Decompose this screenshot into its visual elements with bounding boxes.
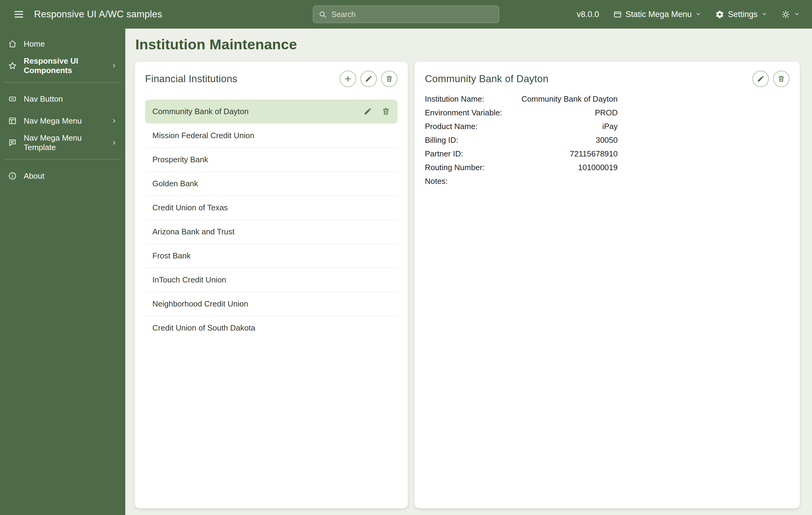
pencil-icon	[365, 75, 373, 83]
main-content: Institution Maintenance Financial Instit…	[125, 29, 812, 515]
page-title: Institution Maintenance	[135, 36, 800, 53]
list-item[interactable]: Community Bank of Dayton	[145, 100, 398, 124]
nav-mega-menu-template-icon	[8, 138, 17, 147]
theme-toggle-button[interactable]	[781, 10, 800, 19]
row-actions	[364, 107, 390, 116]
detail-value: 30050	[596, 133, 618, 147]
financial-institutions-title: Financial Institutions	[145, 73, 237, 85]
star-icon	[8, 61, 17, 70]
edit-row-button[interactable]	[364, 107, 372, 116]
hamburger-icon	[13, 9, 24, 20]
institution-detail-title: Community Bank of Dayton	[425, 73, 548, 85]
list-item-label: Credit Union of South Dakota	[152, 323, 255, 333]
institutions-list: Community Bank of Dayton	[145, 100, 398, 340]
app-root: Responsive UI A/WC samples v8.0.0 Static…	[0, 0, 812, 515]
edit-detail-button[interactable]	[752, 71, 769, 87]
pencil-icon	[364, 107, 372, 116]
sidebar-item-about[interactable]: About	[0, 165, 125, 187]
home-icon	[8, 39, 17, 48]
sidebar-item-label: About	[24, 171, 45, 181]
detail-row: Environment Variable: PROD	[425, 106, 618, 119]
list-item[interactable]: Golden Bank	[145, 172, 398, 196]
pencil-icon	[757, 75, 764, 83]
chevron-down-icon	[761, 10, 767, 19]
chevron-right-icon	[111, 62, 117, 69]
list-item[interactable]: Mission Federal Credit Union	[145, 124, 398, 147]
settings-label: Settings	[728, 10, 758, 19]
cards-row: Financial Institutions	[135, 62, 800, 508]
nav-mega-menu-icon	[8, 116, 17, 126]
list-item-label: Mission Federal Credit Union	[152, 131, 254, 140]
detail-row: Billing ID: 30050	[425, 133, 618, 147]
chevron-down-icon	[794, 10, 800, 19]
nav-button-icon	[8, 94, 17, 104]
sidebar-item-nav-button[interactable]: Nav Button	[0, 88, 125, 110]
financial-institutions-card: Financial Institutions	[135, 62, 408, 508]
list-item-label: Arizona Bank and Trust	[152, 227, 234, 237]
sun-icon	[781, 10, 790, 19]
list-item-label: Prosperity Bank	[152, 155, 208, 164]
search-input[interactable]	[331, 10, 493, 19]
mega-menu-icon	[613, 10, 622, 19]
sidebar-item-home[interactable]: Home	[0, 33, 125, 55]
chevron-right-icon	[111, 117, 117, 124]
gear-icon	[715, 10, 724, 19]
sidebar-item-label: Responsive UI Components	[24, 56, 104, 75]
list-item-label: InTouch Credit Union	[152, 275, 226, 284]
sidebar-item-responsive-ui-components[interactable]: Responsive UI Components	[0, 55, 125, 77]
detail-row: Partner ID: 72115678910	[425, 147, 618, 161]
version-label: v8.0.0	[577, 10, 599, 19]
detail-value: 101000019	[578, 161, 618, 174]
app-title: Responsive UI A/WC samples	[34, 9, 162, 20]
list-item[interactable]: Frost Bank	[145, 244, 398, 268]
list-item[interactable]: Prosperity Bank	[145, 147, 398, 172]
list-item[interactable]: Arizona Bank and Trust	[145, 220, 398, 244]
list-item[interactable]: Credit Union of South Dakota	[145, 316, 398, 340]
detail-value: PROD	[595, 106, 618, 119]
institution-detail-card: Community Bank of Dayton	[414, 62, 800, 508]
static-mega-menu-button[interactable]: Static Mega Menu	[613, 10, 702, 19]
topbar-right: v8.0.0 Static Mega Menu Settings	[577, 10, 800, 19]
settings-button[interactable]: Settings	[715, 10, 767, 19]
detail-value: iPay	[602, 119, 618, 133]
sidebar-item-nav-mega-menu-template[interactable]: Nav Mega Menu Template	[0, 132, 125, 154]
add-institution-button[interactable]	[340, 71, 356, 87]
sidebar-item-label: Nav Button	[24, 94, 63, 104]
chevron-down-icon	[695, 10, 701, 19]
trash-icon	[385, 75, 393, 83]
detail-fields: Institution Name: Community Bank of Dayt…	[425, 92, 618, 188]
search-box	[313, 6, 499, 23]
chevron-right-icon	[111, 139, 117, 146]
list-item[interactable]: InTouch Credit Union	[145, 268, 398, 292]
detail-label: Product Name:	[425, 119, 477, 133]
list-item-label: Frost Bank	[152, 251, 191, 261]
list-item-label: Credit Union of Texas	[152, 203, 228, 213]
trash-icon	[777, 75, 785, 83]
plus-icon	[344, 75, 352, 83]
detail-label: Notes:	[425, 174, 448, 188]
detail-actions	[752, 71, 789, 87]
detail-row: Notes:	[425, 174, 618, 188]
detail-value: Community Bank of Dayton	[522, 92, 618, 106]
sidebar-item-label: Home	[24, 39, 45, 49]
detail-label: Partner ID:	[425, 147, 463, 161]
info-icon	[8, 171, 17, 181]
detail-row: Institution Name: Community Bank of Dayt…	[425, 92, 618, 106]
list-item-label: Community Bank of Dayton	[152, 107, 249, 116]
sidebar-item-nav-mega-menu[interactable]: Nav Mega Menu	[0, 110, 125, 132]
hamburger-menu-button[interactable]	[12, 8, 26, 21]
detail-label: Routing Number:	[425, 161, 485, 174]
sidebar-item-label: Nav Mega Menu	[24, 116, 82, 126]
list-item[interactable]: Credit Union of Texas	[145, 196, 398, 220]
mega-menu-label: Static Mega Menu	[626, 10, 692, 19]
delete-institution-button[interactable]	[381, 71, 398, 87]
delete-row-button[interactable]	[382, 107, 390, 116]
detail-row: Routing Number: 101000019	[425, 161, 618, 174]
delete-detail-button[interactable]	[773, 71, 789, 87]
detail-label: Environment Variable:	[425, 106, 502, 119]
list-item-label: Neighborhood Credit Union	[152, 299, 248, 309]
list-item[interactable]: Neighborhood Credit Union	[145, 292, 398, 316]
search-icon	[319, 10, 327, 18]
financial-institutions-header: Financial Institutions	[145, 70, 398, 87]
edit-institution-button[interactable]	[360, 71, 377, 87]
